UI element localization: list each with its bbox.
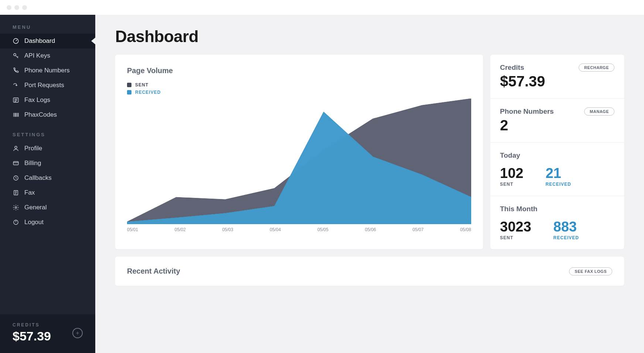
gear-icon (13, 204, 19, 211)
profile-icon (13, 145, 19, 152)
stat-value: 883 (554, 220, 579, 234)
svg-point-7 (15, 207, 17, 209)
stat-credits: Credits $57.39 RECHARGE (490, 55, 624, 99)
manage-button[interactable]: MANAGE (584, 107, 614, 116)
month-received: 883 RECEIVED (554, 220, 579, 240)
stat-value: 2 (500, 117, 554, 133)
main-content: Dashboard Page Volume SENT RECEIVED 0 (95, 15, 644, 353)
port-icon (13, 82, 19, 89)
x-tick: 05/06 (365, 227, 376, 232)
x-tick: 05/03 (222, 227, 233, 232)
sidebar-item-fax-logs[interactable]: Fax Logs (0, 93, 95, 107)
stat-sublabel: SENT (500, 235, 531, 240)
dashboard-icon (13, 38, 19, 44)
sidebar-item-callbacks[interactable]: Callbacks (0, 171, 95, 185)
legend-received: RECEIVED (127, 90, 471, 95)
sidebar-item-logout[interactable]: Logout (0, 215, 95, 230)
sidebar-item-label: Port Requests (24, 82, 64, 89)
svg-point-3 (15, 146, 17, 148)
sidebar-item-port-requests[interactable]: Port Requests (0, 78, 95, 93)
stat-sublabel: RECEIVED (545, 182, 571, 187)
chart-area: 05/0105/0205/0305/0405/0505/0605/0705/08 (127, 99, 471, 232)
sidebar-item-fax[interactable]: Fax (0, 185, 95, 200)
today-received: 21 RECEIVED (545, 166, 571, 187)
window-control-maximize[interactable] (22, 5, 27, 10)
phone-icon (13, 67, 19, 74)
sidebar-item-label: Fax Logs (24, 96, 50, 104)
page-volume-card: Page Volume SENT RECEIVED 05/0105/0205/0… (115, 55, 483, 249)
window-control-close[interactable] (7, 5, 11, 10)
area-chart-svg (127, 99, 471, 224)
sidebar-item-label: General (24, 204, 47, 211)
sidebar-credits-footer: CREDITS $57.39 (0, 314, 95, 353)
activity-title: Recent Activity (127, 267, 180, 275)
month-sent: 3023 SENT (500, 220, 531, 240)
legend-swatch-sent (127, 83, 131, 87)
x-tick: 05/08 (460, 227, 471, 232)
add-credits-button[interactable] (72, 328, 83, 338)
stat-value: 21 (545, 166, 571, 180)
svg-rect-4 (13, 162, 18, 165)
sidebar-settings-list: Profile Billing Callbacks Fax General Lo… (0, 141, 95, 230)
chart-title: Page Volume (127, 66, 471, 75)
window-control-minimize[interactable] (14, 5, 19, 10)
stat-today: Today 102 SENT 21 RECEIVED (490, 143, 624, 196)
page-title: Dashboard (115, 27, 624, 46)
stat-label: This Month (500, 205, 614, 213)
sidebar-item-label: Fax (24, 189, 35, 196)
sidebar-item-profile[interactable]: Profile (0, 141, 95, 156)
sidebar-item-label: API Keys (24, 52, 50, 59)
sidebar-menu-list: Dashboard API Keys Phone Numbers Port Re… (0, 34, 95, 122)
key-icon (13, 52, 19, 59)
callback-icon (13, 175, 19, 181)
recent-activity-card: Recent Activity SEE FAX LOGS (115, 257, 624, 286)
legend-label: RECEIVED (135, 90, 161, 95)
sidebar-item-label: Logout (24, 219, 44, 226)
window-titlebar (0, 0, 644, 15)
stat-sublabel: RECEIVED (554, 235, 579, 240)
sidebar-item-label: PhaxCodes (24, 111, 57, 119)
fax-icon (13, 189, 19, 196)
x-tick: 05/05 (317, 227, 328, 232)
stat-value: $57.39 (500, 73, 545, 89)
sidebar-item-phone-numbers[interactable]: Phone Numbers (0, 63, 95, 78)
credits-footer-value: $57.39 (13, 329, 51, 343)
stat-label: Phone Numbers (500, 107, 554, 116)
sidebar-item-billing[interactable]: Billing (0, 156, 95, 171)
sidebar-item-api-keys[interactable]: API Keys (0, 48, 95, 63)
sidebar: MENU Dashboard API Keys Phone Numbers Po… (0, 15, 95, 353)
legend-sent: SENT (127, 82, 471, 88)
sidebar-item-label: Callbacks (24, 174, 52, 182)
sidebar-item-dashboard[interactable]: Dashboard (0, 34, 95, 48)
svg-point-1 (14, 54, 16, 56)
logout-icon (13, 219, 19, 226)
stat-month: This Month 3023 SENT 883 RECEIVED (490, 196, 624, 249)
stat-value: 102 (500, 166, 523, 180)
chart-legend: SENT RECEIVED (127, 82, 471, 95)
sidebar-item-label: Dashboard (24, 37, 55, 45)
sidebar-section-menu: MENU (0, 15, 95, 34)
stat-label: Credits (500, 64, 545, 72)
credits-footer-label: CREDITS (13, 322, 51, 328)
sidebar-item-phaxcodes[interactable]: PhaxCodes (0, 107, 95, 122)
x-tick: 05/04 (270, 227, 281, 232)
sidebar-item-label: Phone Numbers (24, 67, 70, 74)
see-fax-logs-button[interactable]: SEE FAX LOGS (569, 267, 612, 275)
billing-icon (13, 160, 19, 167)
legend-swatch-received (127, 90, 131, 95)
x-tick: 05/01 (127, 227, 138, 232)
sidebar-item-label: Billing (24, 160, 41, 167)
sidebar-item-label: Profile (24, 145, 42, 152)
barcode-icon (13, 112, 19, 118)
recharge-button[interactable]: RECHARGE (579, 64, 614, 72)
sidebar-item-general[interactable]: General (0, 200, 95, 215)
stat-value: 3023 (500, 220, 531, 234)
x-tick: 05/02 (175, 227, 186, 232)
stats-column: Credits $57.39 RECHARGE Phone Numbers 2 … (490, 55, 624, 249)
stat-label: Today (500, 151, 614, 160)
today-sent: 102 SENT (500, 166, 523, 187)
stat-phone-numbers: Phone Numbers 2 MANAGE (490, 99, 624, 143)
legend-label: SENT (135, 82, 148, 88)
chart-x-axis: 05/0105/0205/0305/0405/0505/0605/0705/08 (127, 227, 471, 232)
x-tick: 05/07 (412, 227, 424, 232)
